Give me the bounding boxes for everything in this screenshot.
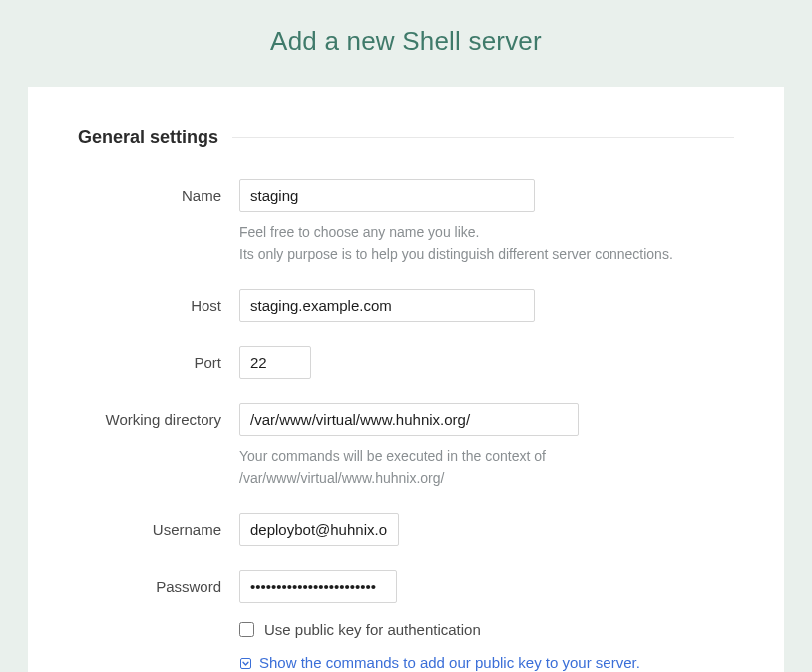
show-commands-row: Show the commands to add our public key … [239,654,734,672]
section-rule [232,137,734,138]
pubkey-checkbox-label: Use public key for authentication [264,621,481,638]
svg-rect-0 [240,658,250,668]
row-host: Host [78,289,734,322]
workdir-label: Working directory [78,403,239,428]
settings-card: General settings Name Feel free to choos… [28,87,784,672]
pubkey-checkbox-row: Use public key for authentication [239,621,734,638]
row-port: Port [78,346,734,379]
username-input[interactable] [239,513,399,546]
host-input[interactable] [239,289,535,322]
name-label: Name [78,179,239,204]
workdir-input[interactable] [239,403,579,436]
chevron-down-icon [239,657,251,669]
host-label: Host [78,289,239,314]
password-input[interactable] [239,570,397,603]
workdir-hint: Your commands will be executed in the co… [239,446,734,489]
port-label: Port [78,346,239,371]
show-commands-link[interactable]: Show the commands to add our public key … [259,654,640,672]
section-header: General settings [78,127,734,148]
username-label: Username [78,513,239,538]
name-hint: Feel free to choose any name you like. I… [239,222,734,265]
row-name: Name Feel free to choose any name you li… [78,179,734,265]
name-hint-line1: Feel free to choose any name you like. [239,224,479,240]
pubkey-checkbox[interactable] [239,622,254,637]
name-hint-line2: Its only purpose is to help you distingu… [239,246,673,262]
name-input[interactable] [239,179,535,212]
page-title: Add a new Shell server [0,0,812,87]
section-title: General settings [78,127,218,148]
row-username: Username [78,513,734,546]
port-input[interactable] [239,346,311,379]
row-workdir: Working directory Your commands will be … [78,403,734,489]
password-label: Password [78,570,239,595]
row-password: Password Use public key for authenticati… [78,570,734,672]
